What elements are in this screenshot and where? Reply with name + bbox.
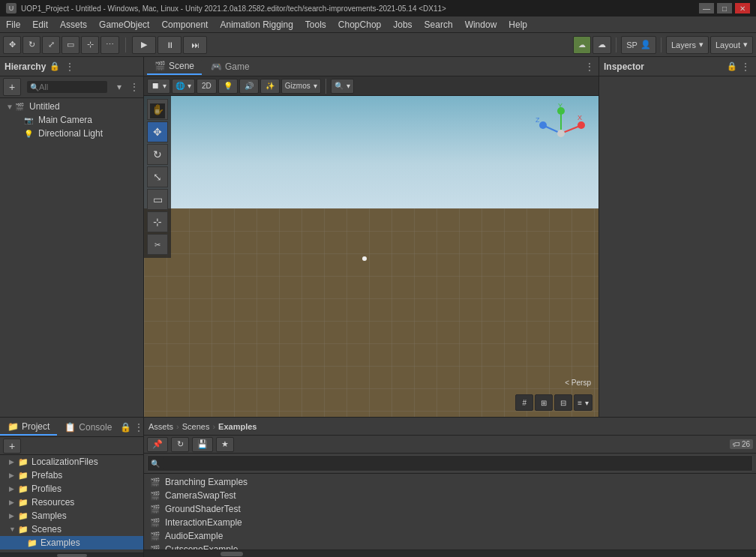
hierarchy-item-main-camera[interactable]: 📷 Main Camera <box>0 113 143 127</box>
close-button[interactable]: ✕ <box>735 3 750 13</box>
rotate-tool-button[interactable]: ↻ <box>147 144 168 165</box>
hierarchy-filter-button[interactable]: ▾ <box>113 81 125 93</box>
hierarchy-more-button[interactable]: ⋮ <box>64 61 76 73</box>
file-item[interactable]: 🎬 Branching Examples <box>144 475 756 489</box>
menu-assets[interactable]: Assets <box>54 18 93 31</box>
file-count-label: 26 <box>742 440 750 448</box>
scene-2d-button[interactable]: 2D <box>196 79 217 94</box>
hierarchy-search[interactable]: 🔍 <box>27 81 107 93</box>
menu-jobs[interactable]: Jobs <box>387 18 418 31</box>
scene-grid-btn3[interactable]: ⊟ <box>554 394 572 411</box>
svg-point-1 <box>578 121 585 129</box>
menu-search[interactable]: Search <box>418 18 459 31</box>
menu-file[interactable]: File <box>0 18 26 31</box>
menu-chopchop[interactable]: ChopChop <box>332 18 387 31</box>
hierarchy-dots-button[interactable]: ⋮ <box>128 81 140 93</box>
step-button[interactable]: ⏭ <box>183 36 207 54</box>
tree-item-scenes[interactable]: ▼ 📁 Scenes <box>0 523 143 536</box>
hierarchy-item-directional-light[interactable]: 💡 Directional Light <box>0 127 143 140</box>
folder-icon: 📁 <box>18 511 30 521</box>
toolbar-move-tool[interactable]: ✥ <box>3 36 21 54</box>
scale-tool-button[interactable]: ⤡ <box>147 166 168 187</box>
hierarchy-add-button[interactable]: + <box>3 78 21 96</box>
file-search-input[interactable] <box>163 457 749 469</box>
breadcrumb-scenes[interactable]: Scenes <box>182 422 210 431</box>
file-search-container[interactable]: 🔍 <box>147 455 753 472</box>
toolbar-rect-tool[interactable]: ▭ <box>62 36 80 54</box>
console-tab-label: Console <box>79 422 112 433</box>
project-scrollbar[interactable] <box>0 553 143 557</box>
scene-search-dropdown[interactable]: 🔍 ▾ <box>331 79 354 94</box>
hierarchy-search-input[interactable] <box>39 82 104 91</box>
file-browser-star-button[interactable]: ★ <box>216 437 234 452</box>
toolbar-scale-tool[interactable]: ⤢ <box>42 36 60 54</box>
file-browser-save-button[interactable]: 💾 <box>192 437 213 452</box>
scene-light-button[interactable]: 💡 <box>218 79 238 94</box>
menu-component[interactable]: Component <box>155 18 214 31</box>
menu-window[interactable]: Window <box>459 18 503 31</box>
pause-button[interactable]: ⏸ <box>158 36 182 54</box>
tree-item-resources[interactable]: ▶ 📁 Resources <box>0 496 143 509</box>
layout-dropdown[interactable]: Layout ▾ <box>710 36 753 54</box>
transform-tool-button[interactable]: ⊹ <box>147 211 168 232</box>
file-item[interactable]: 🎬 GroundShaderTest <box>144 502 756 516</box>
tab-console[interactable]: 📋 Console <box>57 420 119 435</box>
scene-fx-button[interactable]: ✨ <box>260 79 280 94</box>
scene-grid-btn1[interactable]: # <box>515 394 533 411</box>
tree-item-examples[interactable]: 📁 Examples <box>0 536 143 550</box>
toolbar-collab-btn[interactable]: ☁ <box>573 36 591 54</box>
account-dropdown[interactable]: SP 👤 <box>621 36 656 54</box>
maximize-button[interactable]: □ <box>717 3 732 13</box>
project-more-button[interactable]: ⋮ <box>133 421 145 433</box>
scene-gizmo-dropdown[interactable]: Gizmos ▾ <box>281 79 321 94</box>
file-count-badge: 🏷 26 <box>730 439 753 449</box>
inspector-lock-button[interactable]: 🔒 <box>726 61 738 73</box>
project-lock-button[interactable]: 🔒 <box>119 421 131 433</box>
tree-item-samples[interactable]: ▶ 📁 Samples <box>0 509 143 523</box>
file-item[interactable]: 🎬 CutsceneExample <box>144 543 756 550</box>
scene-shading-dropdown[interactable]: 🔲 ▾ <box>147 79 170 94</box>
scene-view[interactable]: ✋ ✥ ↻ ⤡ ▭ ⊹ ✂ X <box>144 96 598 417</box>
tab-scene[interactable]: 🎬 Scene <box>147 58 202 75</box>
toolbar-custom-tool[interactable]: ⋯ <box>100 36 119 54</box>
menu-gameobject[interactable]: GameObject <box>93 18 155 31</box>
layers-dropdown[interactable]: Layers ▾ <box>666 36 709 54</box>
file-browser-refresh-button[interactable]: ↻ <box>171 437 189 452</box>
translate-tool-button[interactable]: ✥ <box>147 121 168 142</box>
scene-overlay-dropdown[interactable]: 🌐 ▾ <box>172 79 195 94</box>
scene-grid-dropdown[interactable]: ≡ ▾ <box>574 394 592 411</box>
breadcrumb-assets[interactable]: Assets <box>148 422 173 431</box>
scene-more-button[interactable]: ⋮ <box>584 61 596 73</box>
hierarchy-lock-button[interactable]: 🔒 <box>49 61 61 73</box>
toolbar-cloud-btn[interactable]: ☁ <box>592 36 611 54</box>
tree-item-profiles[interactable]: ▶ 📁 Profiles <box>0 482 143 496</box>
menu-help[interactable]: Help <box>502 18 533 31</box>
hierarchy-item-untitled[interactable]: ▼ 🎬 Untitled <box>0 100 143 113</box>
toolbar-rotate-tool[interactable]: ↻ <box>22 36 40 54</box>
menu-edit[interactable]: Edit <box>26 18 54 31</box>
extra-tool-button[interactable]: ✂ <box>147 234 168 255</box>
file-item[interactable]: 🎬 InteractionExample <box>144 516 756 529</box>
menu-animation-rigging[interactable]: Animation Rigging <box>214 18 298 31</box>
project-add-button[interactable]: + <box>3 439 21 454</box>
tree-item-localizationfiles[interactable]: ▶ 📁 LocalizationFiles <box>0 455 143 469</box>
toolbar-transform-tool[interactable]: ⊹ <box>81 36 99 54</box>
file-item-label: GroundShaderTest <box>165 504 241 514</box>
tab-game[interactable]: 🎮 Game <box>203 58 257 75</box>
scene-audio-button[interactable]: 🔊 <box>239 79 259 94</box>
breadcrumb-examples[interactable]: Examples <box>218 422 256 431</box>
rect-tool-button[interactable]: ▭ <box>147 189 168 210</box>
scene-grid-btn2[interactable]: ⊞ <box>535 394 553 411</box>
inspector-more-button[interactable]: ⋮ <box>740 61 752 73</box>
minimize-button[interactable]: — <box>699 3 714 13</box>
menu-tools[interactable]: Tools <box>299 18 332 31</box>
file-item[interactable]: 🎬 CameraSwapTest <box>144 489 756 502</box>
tab-project[interactable]: 📁 Project <box>0 419 57 436</box>
file-browser-scrollbar-h[interactable] <box>144 550 756 557</box>
file-item[interactable]: 🎬 AudioExample <box>144 529 756 543</box>
breadcrumb-sep1: › <box>176 422 179 431</box>
tree-item-prefabs[interactable]: ▶ 📁 Prefabs <box>0 469 143 482</box>
play-button[interactable]: ▶ <box>132 36 156 54</box>
scene-toolbar: 🔲 ▾ 🌐 ▾ 2D 💡 🔊 ✨ Gizmos ▾ 🔍 ▾ <box>144 76 598 96</box>
file-browser-pin-button[interactable]: 📌 <box>147 437 168 452</box>
